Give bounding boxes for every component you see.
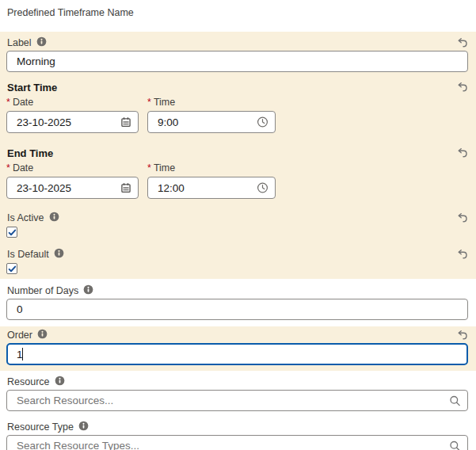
clock-icon[interactable] bbox=[257, 116, 268, 128]
info-icon[interactable] bbox=[49, 212, 59, 224]
calendar-icon[interactable] bbox=[120, 116, 131, 128]
number-of-days-input[interactable] bbox=[6, 299, 468, 320]
undo-icon bbox=[457, 331, 468, 343]
start-time-heading: Start Time bbox=[7, 82, 57, 93]
calendar-icon[interactable] bbox=[120, 182, 131, 193]
info-icon[interactable] bbox=[78, 421, 89, 433]
required-marker: * bbox=[6, 162, 10, 174]
end-time-label: Time bbox=[154, 162, 175, 174]
undo-button[interactable] bbox=[457, 37, 468, 48]
info-icon[interactable] bbox=[83, 284, 93, 297]
order-input[interactable] bbox=[6, 343, 468, 365]
text-cursor bbox=[22, 348, 23, 360]
info-icon[interactable] bbox=[36, 36, 47, 49]
required-marker: * bbox=[6, 97, 10, 108]
info-icon[interactable] bbox=[55, 376, 65, 388]
required-marker: * bbox=[147, 162, 151, 174]
clock-icon[interactable] bbox=[257, 182, 268, 194]
resource-type-label: Resource Type bbox=[7, 421, 74, 433]
start-date-input[interactable] bbox=[6, 111, 139, 133]
undo-button[interactable] bbox=[457, 82, 468, 93]
resource-label: Resource bbox=[7, 376, 50, 387]
search-icon[interactable] bbox=[449, 395, 461, 406]
resource-type-search-input[interactable] bbox=[6, 435, 468, 450]
resource-field: Resource bbox=[0, 371, 476, 411]
undo-icon bbox=[457, 149, 468, 161]
undo-button[interactable] bbox=[457, 147, 468, 158]
is-active-label: Is Active bbox=[7, 212, 44, 223]
is-active-checkbox[interactable] bbox=[6, 227, 17, 238]
search-icon[interactable] bbox=[449, 440, 461, 450]
start-date-label: Date bbox=[13, 97, 33, 108]
is-default-checkbox[interactable] bbox=[6, 263, 17, 274]
undo-button[interactable] bbox=[457, 212, 468, 223]
order-label: Order bbox=[7, 330, 32, 341]
resource-type-field: Resource Type bbox=[0, 411, 476, 450]
undo-icon bbox=[457, 39, 468, 51]
is-default-label: Is Default bbox=[7, 249, 49, 260]
resource-search-input[interactable] bbox=[6, 390, 468, 411]
order-changed-section: Order bbox=[0, 326, 476, 371]
end-date-input[interactable] bbox=[6, 177, 139, 199]
page-title: Predefined Timeframe Name bbox=[7, 7, 476, 18]
number-of-days-field: Number of Days bbox=[0, 279, 476, 320]
info-icon[interactable] bbox=[54, 248, 64, 261]
end-time-heading: End Time bbox=[7, 147, 53, 159]
label-field-label: Label bbox=[7, 37, 32, 48]
start-time-label: Time bbox=[154, 97, 175, 108]
info-icon[interactable] bbox=[37, 329, 48, 341]
required-marker: * bbox=[147, 97, 151, 108]
undo-icon bbox=[457, 214, 468, 226]
end-date-label: Date bbox=[13, 162, 33, 174]
undo-button[interactable] bbox=[457, 330, 468, 341]
undo-icon bbox=[457, 250, 468, 262]
undo-icon bbox=[457, 83, 468, 95]
undo-button[interactable] bbox=[457, 249, 468, 260]
changed-fields-section: Label Start Time *Date *Time bbox=[0, 32, 476, 279]
label-input[interactable] bbox=[6, 51, 468, 72]
number-of-days-label: Number of Days bbox=[7, 285, 78, 296]
